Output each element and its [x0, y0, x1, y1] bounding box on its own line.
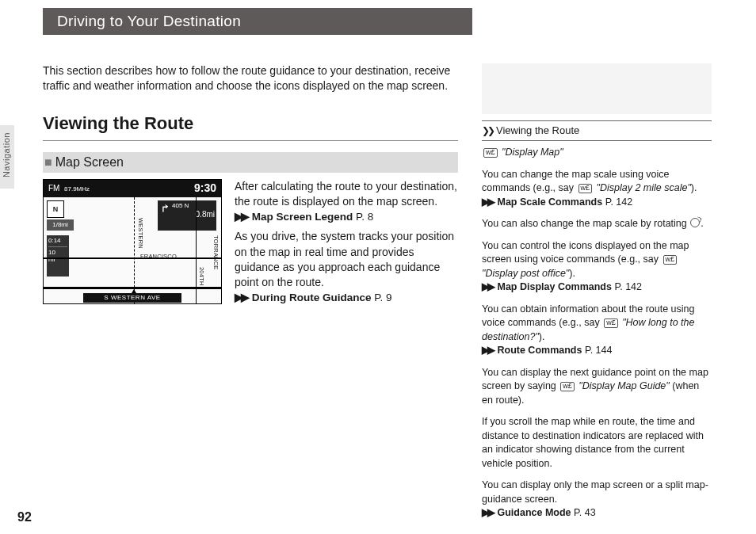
side-tab-label: Navigation — [1, 132, 13, 177]
street-label: FRANCISCO — [140, 253, 177, 261]
sidebar-paragraph: You can change the map scale using voice… — [482, 168, 712, 210]
crossref-guidance-mode: ▶▶ Guidance Mode P. 43 — [482, 507, 596, 518]
sidebar-paragraph: You can also change the map scale by rot… — [482, 217, 712, 231]
voice-icon: w£ — [560, 382, 575, 391]
street-label: TORRANCE — [212, 235, 220, 270]
map-scale-badge: 1/8mi — [47, 219, 74, 231]
map-description: After calculating the route to your dest… — [235, 179, 458, 305]
body-paragraph: As you drive, the system tracks your pos… — [235, 229, 458, 290]
voice-command-line: w£ "Display Map" — [482, 146, 712, 160]
crossref-route-commands: ▶▶ Route Commands P. 144 — [482, 345, 612, 356]
sidebar-paragraph: You can display only the map screen or a… — [482, 479, 712, 521]
body-paragraph: After calculating the route to your dest… — [235, 179, 458, 210]
crossref-icon: ▶▶ — [482, 345, 493, 356]
map-radio: FM 87.9MHz — [48, 183, 90, 194]
current-street-bar: S WESTERN AVE — [83, 293, 181, 303]
map-eta-panel: 0:14 10 mi — [47, 235, 69, 277]
voice-icon: w£ — [483, 148, 498, 158]
page-title: Driving to Your Destination — [57, 11, 241, 32]
section-rule — [43, 140, 458, 141]
crossref-icon: ▶▶ — [482, 507, 493, 518]
compass-icon: N — [47, 200, 64, 218]
square-bullet-icon: ■ — [44, 155, 52, 169]
voice-icon: w£ — [663, 255, 678, 265]
side-tab-navigation: Navigation — [0, 125, 14, 189]
chevron-icon: ❯❯ — [482, 124, 493, 138]
crossref-map-scale: ▶▶ Map Scale Commands P. 142 — [482, 196, 632, 208]
map-screenshot: FM 87.9MHz 9:30 N 1/8mi 0:14 10 mi 405 N… — [43, 179, 222, 304]
sidebar-spacer — [482, 63, 712, 114]
page-title-bar: Driving to Your Destination — [43, 8, 472, 35]
main-column: This section describes how to follow the… — [43, 63, 458, 305]
map-row: FM 87.9MHz 9:30 N 1/8mi 0:14 10 mi 405 N… — [43, 179, 458, 305]
sidebar-paragraph: You can obtain information about the rou… — [482, 303, 712, 358]
street-label: 204TH — [197, 267, 205, 286]
sidebar-heading: ❯❯ Viewing the Route — [482, 120, 712, 141]
page-number: 92 — [17, 509, 32, 526]
crossref-icon: ▶▶ — [235, 292, 247, 303]
subsection-heading: ■Map Screen — [43, 152, 458, 173]
map-topbar: FM 87.9MHz 9:30 — [44, 180, 221, 197]
intro-paragraph: This section describes how to follow the… — [43, 63, 458, 94]
map-road-horizontal — [44, 257, 221, 259]
voice-icon: w£ — [604, 318, 618, 328]
map-clock: 9:30 — [194, 181, 216, 196]
crossref-icon: ▶▶ — [482, 281, 493, 292]
crossref-route-guidance: ▶▶ During Route Guidance P. 9 — [235, 291, 458, 306]
map-turn-panel: 405 N 0.8mi — [158, 200, 216, 231]
section-heading: Viewing the Route — [43, 112, 458, 135]
crossref-icon: ▶▶ — [482, 196, 493, 208]
dial-icon — [690, 218, 700, 227]
sidebar-paragraph: You can control the icons displayed on t… — [482, 239, 712, 295]
crossref-map-display: ▶▶ Map Display Commands P. 142 — [482, 281, 642, 292]
voice-icon: w£ — [578, 184, 593, 193]
subsection-label: Map Screen — [55, 155, 124, 169]
street-label: WESTERN — [136, 218, 144, 249]
sidebar-paragraph: If you scroll the map while en route, th… — [482, 415, 712, 471]
crossref-icon: ▶▶ — [235, 211, 247, 223]
sidebar-paragraph: You can display the next guidance point … — [482, 366, 712, 408]
sidebar-column: ❯❯ Viewing the Route w£ "Display Map" Yo… — [482, 63, 712, 528]
crossref-map-legend: ▶▶ Map Screen Legend P. 8 — [235, 210, 458, 225]
